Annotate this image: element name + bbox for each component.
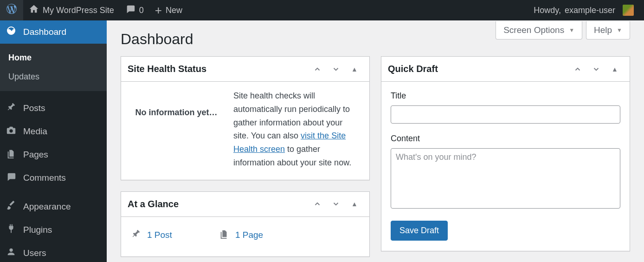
widget-title: At a Glance: [128, 199, 309, 210]
quick-draft-content-label: Content: [391, 132, 620, 145]
move-down-button[interactable]: [328, 196, 344, 212]
move-up-button[interactable]: [309, 61, 326, 78]
content-area: Screen Options ▼ Help ▼ Dashboard Site H…: [107, 20, 644, 262]
comment-icon: [125, 4, 135, 17]
comments-link[interactable]: 0: [120, 0, 149, 20]
sidebar-item-label: Media: [23, 126, 47, 137]
dashboard-column-left: Site Health Status ▲ No information yet……: [121, 56, 370, 262]
sidebar-item-label: Plugins: [23, 225, 52, 235]
toggle-widget-button[interactable]: ▲: [346, 61, 363, 78]
wp-logo-menu[interactable]: [0, 0, 23, 20]
dashboard-widgets: Site Health Status ▲ No information yet……: [121, 56, 630, 262]
pin-icon: [6, 102, 17, 115]
toggle-widget-button[interactable]: ▲: [606, 61, 623, 78]
widget-header: At a Glance ▲: [121, 192, 369, 217]
new-label: New: [166, 6, 182, 15]
help-toggle[interactable]: Help ▼: [586, 21, 630, 39]
glance-posts: 1 Post: [130, 227, 172, 243]
sidebar-item-label: Pages: [23, 150, 48, 160]
sidebar-item-appearance[interactable]: Appearance: [0, 195, 107, 218]
comments-count: 0: [139, 6, 144, 15]
site-name-label: My WordPress Site: [43, 6, 114, 15]
toggle-widget-button[interactable]: ▲: [346, 196, 363, 212]
at-a-glance-widget: At a Glance ▲ 1 Post: [121, 191, 370, 257]
site-name-link[interactable]: My WordPress Site: [23, 0, 120, 20]
chevron-down-icon: ▼: [617, 27, 622, 33]
site-health-description: Site health checks will automatically ru…: [233, 89, 360, 170]
sidebar-item-users[interactable]: Users: [0, 242, 107, 262]
sidebar-item-label: Dashboard: [23, 27, 66, 37]
dashboard-submenu: Home Updates: [0, 44, 107, 91]
quick-draft-title-input[interactable]: [391, 105, 620, 124]
sidebar-item-pages[interactable]: Pages: [0, 143, 107, 166]
site-health-widget: Site Health Status ▲ No information yet……: [121, 56, 370, 180]
user-account-menu[interactable]: Howdy, example-user: [528, 0, 639, 20]
screen-options-toggle[interactable]: Screen Options ▼: [496, 21, 582, 39]
avatar: [623, 5, 634, 16]
screen-meta-links: Screen Options ▼ Help ▼: [496, 21, 630, 39]
brush-icon: [6, 200, 17, 213]
screen-options-label: Screen Options: [503, 25, 564, 35]
sidebar-item-dashboard[interactable]: Dashboard: [0, 20, 107, 44]
glance-posts-link[interactable]: 1 Post: [147, 228, 172, 242]
admin-sidebar: Dashboard Home Updates Posts Media Pages…: [0, 20, 107, 262]
user-icon: [6, 247, 17, 260]
sidebar-item-label: Appearance: [23, 202, 71, 212]
widget-header: Site Health Status ▲: [121, 57, 369, 82]
save-draft-button[interactable]: Save Draft: [391, 221, 448, 241]
plug-icon: [6, 223, 17, 236]
sidebar-item-label: Comments: [23, 173, 66, 183]
help-label: Help: [594, 25, 612, 35]
pin-icon: [130, 227, 142, 243]
new-content-link[interactable]: + New: [149, 0, 188, 20]
move-up-button[interactable]: [309, 196, 326, 212]
user-name: example-user: [565, 6, 615, 15]
sidebar-item-media[interactable]: Media: [0, 120, 107, 143]
chat-icon: [6, 171, 17, 184]
quick-draft-content-textarea[interactable]: [391, 148, 620, 209]
sidebar-subitem-updates[interactable]: Updates: [0, 67, 107, 86]
widget-title: Quick Draft: [388, 64, 569, 74]
admin-toolbar: My WordPress Site 0 + New Howdy, example…: [0, 0, 644, 20]
gauge-icon: [6, 25, 17, 39]
sidebar-item-plugins[interactable]: Plugins: [0, 218, 107, 242]
home-icon: [29, 4, 39, 17]
widget-title: Site Health Status: [128, 64, 309, 74]
glance-pages: 1 Page: [219, 227, 263, 243]
dashboard-column-right: Quick Draft ▲ Title Content Save Draft: [381, 56, 630, 262]
page-icon: [219, 227, 230, 243]
page-icon: [6, 148, 17, 161]
chevron-down-icon: ▼: [569, 27, 574, 33]
sidebar-item-label: Posts: [23, 103, 45, 113]
sidebar-item-comments[interactable]: Comments: [0, 166, 107, 190]
sidebar-item-posts[interactable]: Posts: [0, 97, 107, 120]
move-up-button[interactable]: [569, 61, 586, 78]
howdy-prefix: Howdy,: [534, 6, 561, 15]
glance-pages-link[interactable]: 1 Page: [235, 228, 263, 242]
plus-icon: +: [155, 3, 162, 18]
quick-draft-title-label: Title: [391, 89, 620, 103]
quick-draft-widget: Quick Draft ▲ Title Content Save Draft: [381, 56, 630, 251]
wordpress-logo-icon: [6, 3, 18, 18]
site-health-status-text: No information yet…: [130, 89, 222, 119]
camera-icon: [6, 125, 17, 138]
move-down-button[interactable]: [588, 61, 605, 78]
sidebar-subitem-home[interactable]: Home: [0, 48, 107, 67]
sidebar-item-label: Users: [23, 248, 46, 258]
move-down-button[interactable]: [328, 61, 344, 78]
widget-header: Quick Draft ▲: [381, 57, 630, 82]
